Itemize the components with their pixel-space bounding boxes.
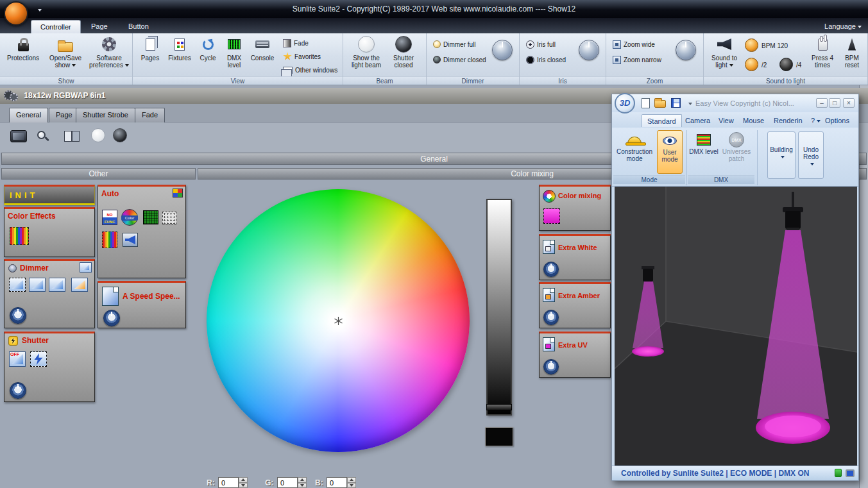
- menu-mouse[interactable]: Mouse: [738, 114, 769, 127]
- bars-option[interactable]: [102, 231, 117, 248]
- undo-redo-button[interactable]: Undo Redo: [798, 131, 824, 179]
- building-button[interactable]: Building: [767, 131, 796, 179]
- fixture-tab-general[interactable]: General: [9, 108, 48, 122]
- shutter-closed-button[interactable]: Shutter closed: [387, 35, 420, 75]
- color-globe-option[interactable]: Color: [121, 209, 138, 226]
- save-icon[interactable]: [671, 98, 681, 108]
- sound-to-light-button[interactable]: Sound to light: [706, 35, 742, 75]
- extra-uv-dial[interactable]: [543, 359, 559, 374]
- cycle-button[interactable]: Cycle: [196, 35, 220, 75]
- dimmer-option-1[interactable]: [9, 278, 26, 292]
- extra-amber-dial[interactable]: [543, 310, 559, 325]
- green-grid-option[interactable]: [143, 210, 158, 224]
- universes-patch-button[interactable]: DMX Universes patch: [720, 130, 753, 174]
- fade-button[interactable]: Fade: [283, 37, 309, 49]
- dimmer-preset-dial[interactable]: [10, 307, 26, 324]
- display-icon[interactable]: [10, 130, 27, 142]
- dimmer-option-4[interactable]: [71, 278, 88, 292]
- black-circle-button[interactable]: [113, 128, 127, 142]
- pages-button[interactable]: Pages: [137, 35, 164, 75]
- language-menu[interactable]: Language: [824, 22, 862, 30]
- b-spinner[interactable]: 0: [327, 477, 357, 488]
- color-effects-button[interactable]: Color Effects: [4, 207, 95, 257]
- g-value[interactable]: 0: [277, 477, 298, 488]
- menu-view[interactable]: View: [713, 114, 739, 127]
- magenta-swatch[interactable]: [543, 208, 560, 224]
- color-effects-icon[interactable]: [10, 227, 29, 245]
- color-wheel[interactable]: [207, 189, 470, 452]
- bpm-knob[interactable]: [745, 38, 758, 52]
- dimmer-full-button[interactable]: Dimmer full: [433, 38, 476, 50]
- fixtures-button[interactable]: Fixtures: [165, 35, 194, 75]
- iris-dial[interactable]: [579, 40, 599, 60]
- zoom-narrow-button[interactable]: Zoom narrow: [613, 54, 661, 65]
- press-4-times-button[interactable]: Press 4 times: [808, 35, 837, 75]
- open-save-show-button[interactable]: Open/Save show: [45, 35, 86, 75]
- fixture-tab-shutter-strobe[interactable]: Shutter Strobe: [76, 108, 135, 122]
- fixture-tab-fade[interactable]: Fade: [135, 108, 165, 122]
- dimmer-option-2[interactable]: [29, 278, 46, 292]
- dotted-option[interactable]: [162, 212, 176, 224]
- r-down-button[interactable]: [239, 483, 248, 488]
- extra-white-dial[interactable]: [543, 262, 559, 277]
- shutter-strobe-option[interactable]: [30, 351, 47, 367]
- speed-preset-dial[interactable]: [103, 310, 120, 326]
- new-document-icon[interactable]: [642, 98, 650, 108]
- bpm-reset-button[interactable]: BPM reset: [838, 35, 865, 75]
- protections-button[interactable]: Protections: [3, 35, 44, 75]
- dimmer-dial[interactable]: [492, 40, 513, 60]
- dimmer-preset-box[interactable]: Dimmer: [4, 259, 95, 328]
- menu-rendering[interactable]: Renderin: [769, 114, 808, 127]
- shutter-off-option[interactable]: OFF: [9, 351, 26, 367]
- r-value[interactable]: 0: [218, 477, 239, 488]
- shutter-preset-dial[interactable]: [10, 382, 26, 399]
- 3d-viewport[interactable]: [615, 187, 857, 467]
- tab-controller[interactable]: Controller: [31, 20, 81, 33]
- b-down-button[interactable]: [347, 483, 356, 488]
- favorites-button[interactable]: Favorites: [283, 51, 321, 62]
- white-circle-button[interactable]: [91, 128, 105, 142]
- div2-knob[interactable]: [745, 58, 758, 71]
- g-up-button[interactable]: [298, 477, 307, 483]
- auto-preset-box[interactable]: Auto NO FUNC Color: [98, 185, 186, 278]
- color-mixing-button[interactable]: Color mixing: [539, 185, 611, 231]
- extra-white-button[interactable]: Extra White: [539, 234, 611, 280]
- zoom-wide-button[interactable]: Zoom wide: [613, 38, 655, 50]
- r-up-button[interactable]: [239, 477, 248, 483]
- toolbar-caret-icon[interactable]: [688, 103, 692, 105]
- construction-mode-button[interactable]: Construction mode: [615, 130, 654, 174]
- g-down-button[interactable]: [298, 483, 307, 488]
- b-value[interactable]: 0: [327, 477, 347, 488]
- tab-page[interactable]: Page: [82, 20, 117, 33]
- menu-camera[interactable]: Camera: [680, 114, 715, 127]
- iris-closed-button[interactable]: Iris closed: [526, 54, 566, 65]
- div4-knob[interactable]: [779, 58, 793, 71]
- software-preferences-button[interactable]: Software preferences: [89, 35, 130, 75]
- init-button[interactable]: INIT: [4, 185, 95, 205]
- maximize-button[interactable]: □: [829, 98, 840, 108]
- value-slider-handle[interactable]: [486, 404, 512, 410]
- iris-full-button[interactable]: Iris full: [526, 38, 556, 50]
- no-func-option[interactable]: NO FUNC: [102, 210, 117, 225]
- dimmer-closed-button[interactable]: Dimmer closed: [433, 54, 486, 65]
- ev-dmx-level-button[interactable]: DMX level: [689, 130, 719, 174]
- speaker-option[interactable]: [123, 233, 138, 247]
- value-slider[interactable]: [486, 199, 512, 416]
- menu-standard[interactable]: Standard: [642, 114, 682, 127]
- speed-preset-box[interactable]: A Speed Spee...: [98, 281, 186, 328]
- extra-uv-button[interactable]: Extra UV: [539, 332, 611, 378]
- split-view-icon[interactable]: [64, 131, 80, 142]
- zoom-dial[interactable]: [676, 40, 696, 60]
- dimmer-option-3[interactable]: [49, 278, 65, 292]
- fixture-tab-page[interactable]: Page: [49, 108, 80, 122]
- shutter-preset-box[interactable]: Shutter OFF: [4, 332, 95, 402]
- other-windows-button[interactable]: Other windows: [283, 64, 337, 76]
- r-spinner[interactable]: 0: [218, 477, 248, 488]
- dmx-level-button[interactable]: DMX level: [221, 35, 247, 75]
- close-button[interactable]: ×: [843, 98, 855, 108]
- show-light-beam-button[interactable]: Show the light beam: [348, 35, 384, 75]
- minimize-button[interactable]: –: [816, 98, 828, 108]
- b-up-button[interactable]: [347, 477, 356, 483]
- menu-options[interactable]: Options: [820, 114, 858, 127]
- open-icon[interactable]: [654, 100, 666, 108]
